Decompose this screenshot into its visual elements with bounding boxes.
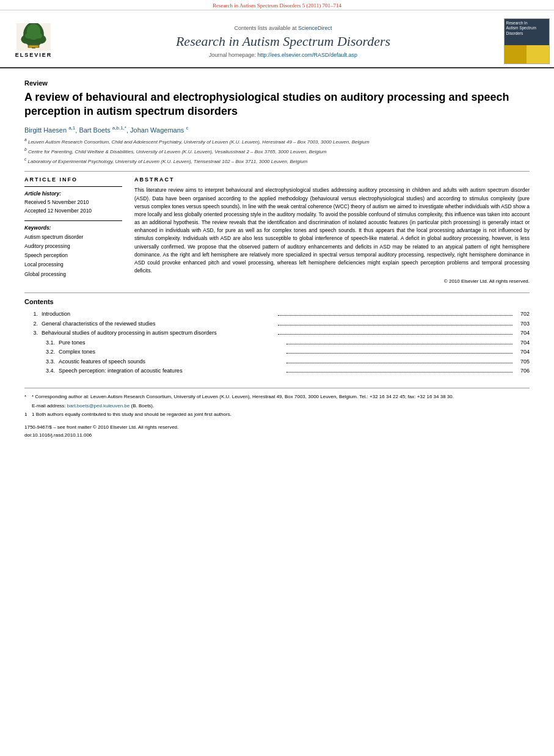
corresponding-note: * * Corresponding author at: Leuven Auti…	[24, 393, 530, 401]
footnote-1-marker: 1	[24, 411, 32, 419]
svg-point-7	[34, 32, 42, 38]
contents-dots-3-1	[286, 344, 512, 344]
keywords-list: Autism spectrum disorder Auditory proces…	[24, 233, 122, 279]
contents-table: 1. Introduction 702 2. General character…	[24, 310, 530, 376]
history-label: Article history:	[24, 191, 122, 197]
contents-dots-3-4	[286, 372, 512, 373]
email-owner: (B. Boets).	[131, 402, 154, 410]
keyword-2: Auditory processing	[24, 242, 122, 251]
contents-page-2: 703	[514, 320, 530, 329]
contents-row-3-4: 3.4. Speech perception: integration of a…	[24, 367, 530, 376]
authors-line: Birgitt Haesen a,1, Bart Boets a,b,1,*, …	[24, 125, 530, 134]
keyword-1: Autism spectrum disorder	[24, 233, 122, 242]
svg-rect-9	[29, 45, 38, 47]
journal-mini-logo: Research In Autism Spectrum Disorders	[504, 18, 550, 64]
contents-num-2: 2.	[24, 320, 42, 329]
abstract-header: ABSTRACT	[134, 176, 530, 183]
contents-item-title-2: General characteristics of the reviewed …	[42, 320, 276, 329]
keyword-4: Local processing	[24, 260, 122, 269]
page: Research in Autism Spectrum Disorders 5 …	[0, 0, 554, 756]
contents-row-3: 3. Behavioural studies of auditory proce…	[24, 329, 530, 338]
contents-num-3-2: 3.2.	[42, 348, 59, 357]
contents-item-title-3-3: Acoustic features of speech sounds	[59, 358, 285, 366]
keyword-5: Global processing	[24, 270, 122, 279]
journal-mini-logo-color-bar	[505, 45, 549, 64]
contents-num-3-3: 3.3.	[42, 358, 59, 366]
elsevier-logo: ELSEVIER	[6, 23, 61, 60]
journal-mini-logo-text: Research In Autism Spectrum Disorders	[505, 19, 549, 45]
contents-row-3-3: 3.3. Acoustic features of speech sounds …	[24, 358, 530, 366]
star-marker: *	[24, 393, 32, 401]
contents-section: Contents 1. Introduction 702 2. General …	[24, 293, 530, 376]
contents-dots-2	[278, 325, 512, 325]
svg-point-6	[25, 32, 33, 38]
affiliations: a Leuven Autism Research Consortium, Chi…	[24, 137, 530, 165]
contents-page-3-1: 704	[514, 339, 530, 347]
contents-dots-3-3	[286, 363, 512, 363]
article-type: Review	[24, 79, 530, 87]
accepted-date: Accepted 12 November 2010	[24, 207, 122, 216]
contents-dots-1	[278, 315, 512, 316]
keyword-3: Speech perception	[24, 251, 122, 260]
keywords-divider	[24, 220, 122, 221]
journal-citation: Research in Autism Spectrum Disorders 5 …	[213, 2, 341, 9]
equal-contrib-text: 1 Both authors equally contributed to th…	[32, 411, 231, 419]
email-link[interactable]: bart.boets@ped.kuleuven.be	[67, 402, 129, 410]
contents-item-title-3-2: Complex tones	[59, 348, 285, 357]
abstract-copyright: © 2010 Elsevier Ltd. All rights reserved…	[134, 278, 530, 284]
contents-row-3-1: 3.1. Pure tones 704	[24, 339, 530, 347]
contents-page-1: 702	[514, 310, 530, 319]
journal-url[interactable]: http://ees.elsevier.com/RASD/default.asp	[257, 52, 357, 58]
article-info-header: ARTICLE INFO	[24, 176, 122, 183]
contents-row-3-2: 3.2. Complex tones 704	[24, 348, 530, 357]
footer-notes: * * Corresponding author at: Leuven Auti…	[24, 388, 530, 440]
abstract-column: ABSTRACT This literature review aims to …	[134, 176, 530, 284]
logo-yellow-block	[527, 45, 549, 64]
elsevier-logo-area: ELSEVIER	[0, 15, 67, 67]
contents-page-3: 704	[514, 329, 530, 338]
article-title: A review of behavioural and electrophysi…	[24, 90, 530, 119]
email-spacer	[24, 402, 32, 410]
received-date: Received 5 November 2010	[24, 198, 122, 207]
contents-num-1: 1.	[24, 310, 42, 319]
issn-text: 1750-9467/$ – see front matter © 2010 El…	[24, 424, 530, 432]
doi-text: doi:10.1016/j.rasd.2010.11.006	[24, 432, 530, 440]
main-content: Review A review of behavioural and elect…	[0, 68, 554, 446]
journal-header: ELSEVIER Contents lists available at Sci…	[0, 10, 554, 68]
article-info-column: ARTICLE INFO Article history: Received 5…	[24, 176, 122, 284]
contents-available-line: Contents lists available at ScienceDirec…	[234, 25, 332, 31]
contents-row-1: 1. Introduction 702	[24, 310, 530, 319]
contents-page-3-2: 704	[514, 348, 530, 357]
equal-contrib-note: 1 1 Both authors equally contributed to …	[24, 411, 530, 419]
email-note: E-mail address: bart.boets@ped.kuleuven.…	[24, 402, 530, 410]
affiliation-c: c Laboratory of Experimental Psychology,…	[24, 156, 530, 165]
contents-num-3: 3.	[24, 329, 42, 338]
journal-logo-area: Research In Autism Spectrum Disorders	[499, 15, 554, 67]
email-label: E-mail address:	[32, 402, 66, 410]
contents-item-title-1: Introduction	[42, 310, 276, 319]
article-info-abstract: ARTICLE INFO Article history: Received 5…	[24, 176, 530, 284]
info-divider	[24, 186, 122, 187]
journal-title-area: Contents lists available at ScienceDirec…	[67, 15, 499, 67]
affiliation-a: a Leuven Autism Research Consortium, Chi…	[24, 137, 530, 146]
section-divider-1	[24, 171, 530, 172]
contents-item-title-3: Behavioural studies of auditory processi…	[42, 329, 276, 338]
keywords-label: Keywords:	[24, 225, 122, 231]
contents-item-title-3-4: Speech perception: integration of acoust…	[59, 367, 285, 376]
contents-item-title-3-1: Pure tones	[59, 339, 285, 347]
contents-row-2: 2. General characteristics of the review…	[24, 320, 530, 329]
elsevier-tree-icon	[15, 23, 52, 51]
journal-homepage: Journal homepage: http://ees.elsevier.co…	[209, 52, 357, 58]
contents-page-3-3: 705	[514, 358, 530, 366]
sciencedirect-link[interactable]: ScienceDirect	[298, 25, 332, 31]
contents-page-3-4: 706	[514, 367, 530, 376]
journal-title: Research in Autism Spectrum Disorders	[176, 34, 390, 49]
abstract-text: This literature review aims to interpret…	[134, 186, 530, 275]
contents-dots-3-2	[286, 353, 512, 354]
journal-bar: Research in Autism Spectrum Disorders 5 …	[0, 0, 554, 10]
history-dates: Received 5 November 2010 Accepted 12 Nov…	[24, 198, 122, 215]
contents-dots-3	[278, 334, 512, 335]
issn-line: 1750-9467/$ – see front matter © 2010 El…	[24, 424, 530, 440]
corresponding-text: * Corresponding author at: Leuven Autism…	[32, 393, 454, 401]
affiliation-b: b Centre for Parenting, Child Welfare & …	[24, 147, 530, 156]
